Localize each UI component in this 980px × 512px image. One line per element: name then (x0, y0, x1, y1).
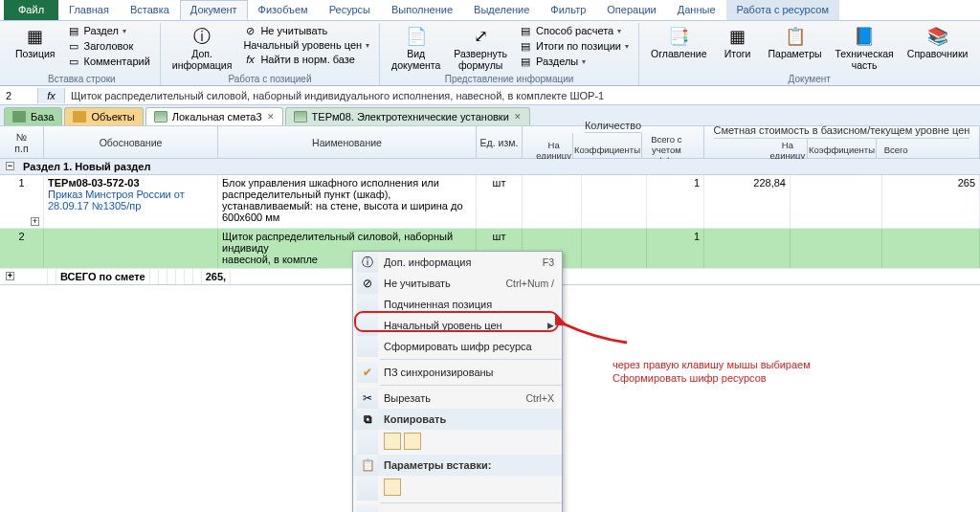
sprav-button[interactable]: 📚Справочники (902, 23, 974, 62)
paste-icon: 📋 (357, 455, 378, 476)
cm-paste-header: 📋Параметры вставки: (353, 455, 562, 476)
tab-operations[interactable]: Операции (596, 0, 666, 20)
section-button[interactable]: ▤Раздел▾ (63, 23, 154, 38)
cm-paste-options[interactable] (353, 476, 562, 501)
ribbon-tabs: Файл Главная Вставка Документ Физобъем Р… (0, 0, 980, 21)
tab-fizobem[interactable]: Физобъем (248, 0, 319, 20)
fx-icon: fx (243, 53, 256, 66)
cm-cut[interactable]: ✂ВырезатьCtrl+X (353, 388, 562, 409)
group-insert-row: ▦ Позиция ▤Раздел▾ ▭Заголовок ▭Комментар… (4, 23, 161, 85)
sections-icon: ▤ (519, 55, 532, 68)
cm-collapse-section[interactable]: Свернуть раздел (353, 505, 562, 512)
dop-info-button[interactable]: ⓘ Доп. информация (167, 23, 238, 73)
copy-opt-icon[interactable] (404, 433, 421, 450)
comment-button[interactable]: ▭Комментарий (63, 54, 154, 69)
ribbon-body: ▦ Позиция ▤Раздел▾ ▭Заголовок ▭Комментар… (0, 21, 980, 86)
formula-input[interactable]: Щиток распределительный силовой, наборны… (65, 88, 980, 103)
close-tab-icon[interactable]: ✕ (514, 112, 522, 122)
tech-icon: 📘 (853, 25, 876, 48)
tab-execution[interactable]: Выполнение (381, 0, 463, 20)
paste-opt-icon[interactable] (384, 479, 401, 496)
totals-icon: ▦ (726, 25, 749, 48)
comment-icon: ▭ (67, 55, 80, 68)
cell-ref-input[interactable]: 2 (0, 88, 38, 103)
table-row[interactable]: + 1 ТЕРм08-03-572-03 Приказ Минстроя Рос… (0, 175, 980, 229)
cm-sform-shifr[interactable]: Сформировать шифр ресурса (353, 336, 562, 357)
tab-work-resource[interactable]: Работа с ресурсом (726, 0, 839, 20)
books-icon: 📚 (926, 25, 949, 48)
doctab-term[interactable]: ТЕРм08. Электротехнические установки✕ (285, 107, 530, 125)
close-tab-icon[interactable]: ✕ (267, 112, 275, 122)
tab-document[interactable]: Документ (180, 0, 248, 20)
sposob-button[interactable]: ▤Способ расчета▾ (515, 23, 633, 38)
copy-icon: ⧉ (357, 409, 378, 430)
calc-icon: ▤ (519, 24, 532, 37)
section-icon: ▤ (67, 24, 80, 37)
folder-icon (73, 111, 86, 122)
nach-uroven-button[interactable]: Начальный уровень цен▾ (239, 38, 373, 52)
arrow-icon (555, 314, 632, 352)
ne-uchit-button[interactable]: ⊘Не учитывать (239, 23, 373, 38)
parametry-button[interactable]: 📋Параметры (763, 23, 828, 62)
col-obos[interactable]: Обоснование (44, 126, 218, 158)
cm-nach-uroven[interactable]: Начальный уровень цен▶ (353, 315, 562, 336)
tab-data[interactable]: Данные (667, 0, 726, 20)
tab-home[interactable]: Главная (58, 0, 120, 20)
tech-chast-button[interactable]: 📘Техническая часть (830, 23, 900, 73)
toc-icon: 📑 (667, 25, 690, 48)
db-icon (12, 111, 26, 122)
razvernut-button[interactable]: ⤢ Развернуть формулы (448, 23, 513, 73)
scissors-icon: ✂ (357, 388, 378, 409)
header-button[interactable]: ▭Заголовок (63, 38, 154, 54)
tab-resources[interactable]: Ресурсы (319, 0, 381, 20)
doc-icon: 📄 (405, 25, 428, 48)
find-norm-button[interactable]: fxНайти в норм. базе (239, 52, 373, 67)
group-pred-info: 📄 Вид документа ⤢ Развернуть формулы ▤Сп… (380, 23, 639, 85)
cm-ne-uchit[interactable]: ⊘Не учитыватьCtrl+Num / (353, 273, 562, 294)
header-icon: ▭ (67, 39, 80, 53)
doctab-objects[interactable]: Объекты (64, 107, 143, 125)
col-ed[interactable]: Ед. изм. (477, 126, 523, 158)
vid-doc-button[interactable]: 📄 Вид документа (386, 23, 446, 73)
annotation-text: через правую клавишу мышы выбираем Сформ… (612, 358, 811, 386)
sum-icon: ▤ (519, 39, 532, 53)
cm-podchin[interactable]: Подчиненная позиция (353, 294, 562, 315)
razdely-button[interactable]: ▤Разделы▾ (515, 54, 633, 69)
col-cost[interactable]: Сметная стоимость в базисном/текущем уро… (704, 126, 980, 158)
itogi-button[interactable]: ▦Итоги (715, 23, 761, 62)
position-button[interactable]: ▦ Позиция (10, 23, 61, 62)
section-row[interactable]: − Раздел 1. Новый раздел (0, 159, 980, 175)
cm-pz-sync[interactable]: ✔ПЗ синхронизированы (353, 362, 562, 383)
tab-filter[interactable]: Фильтр (540, 0, 596, 20)
oglavlenie-button[interactable]: 📑Оглавление (645, 23, 713, 62)
collapse-icon[interactable]: − (6, 162, 14, 170)
col-name[interactable]: Наименование (218, 126, 477, 158)
disable-icon: ⊘ (357, 273, 378, 294)
tab-selection[interactable]: Выделение (463, 0, 540, 20)
copy-opt-icon[interactable] (384, 433, 401, 450)
cm-copy-options[interactable] (353, 430, 562, 455)
formula-bar: 2 fx Щиток распределительный силовой, на… (0, 86, 980, 105)
expand-icon: ⤢ (469, 25, 492, 48)
col-num[interactable]: № п.п (0, 126, 44, 158)
col-qty[interactable]: Количество На единицу Коэффициенты Всего… (523, 126, 704, 158)
sheet-icon (154, 111, 167, 122)
check-icon: ✔ (357, 362, 378, 383)
doctab-base[interactable]: База (4, 107, 62, 125)
doc-link[interactable]: Приказ Минстроя России от 28.09.17 №1305… (48, 189, 185, 211)
tab-insert[interactable]: Вставка (120, 0, 180, 20)
context-menu: ⓘДоп. информацияF3 ⊘Не учитыватьCtrl+Num… (352, 251, 563, 512)
tab-file[interactable]: Файл (4, 0, 58, 20)
expand-icon[interactable]: + (31, 217, 39, 226)
cm-dop-info[interactable]: ⓘДоп. информацияF3 (353, 252, 562, 273)
table-row-icon: ▦ (24, 25, 47, 48)
cm-copy-header: ⧉Копировать (353, 409, 562, 430)
itogi-pos-button[interactable]: ▤Итоги по позиции▾ (515, 38, 633, 54)
group-work-position: ⓘ Доп. информация ⊘Не учитывать Начальны… (161, 23, 380, 85)
expand-icon[interactable]: + (6, 272, 14, 280)
disable-icon: ⊘ (243, 24, 256, 37)
params-icon: 📋 (784, 25, 807, 48)
fx-label: fx (38, 88, 65, 103)
grid-header: № п.п Обоснование Наименование Ед. изм. … (0, 126, 980, 159)
doctab-smeta[interactable]: Локальная смета3✕ (145, 107, 283, 125)
